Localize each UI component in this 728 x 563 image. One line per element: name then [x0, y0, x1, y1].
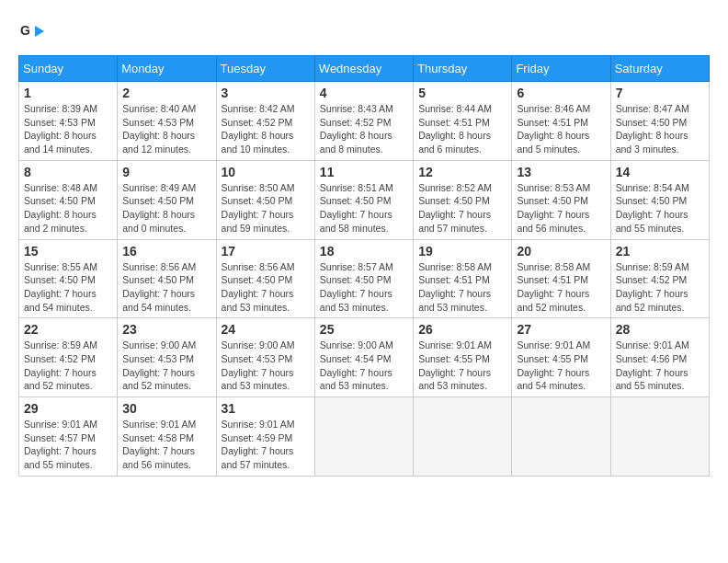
- day-number: 30: [122, 401, 210, 416]
- calendar-cell: 8Sunrise: 8:48 AM Sunset: 4:50 PM Daylig…: [19, 160, 118, 239]
- calendar-cell: [314, 397, 413, 477]
- weekday-header-saturday: Saturday: [610, 56, 709, 82]
- calendar-cell: 5Sunrise: 8:44 AM Sunset: 4:51 PM Daylig…: [414, 82, 512, 161]
- day-info: Sunrise: 8:57 AM Sunset: 4:50 PM Dayligh…: [320, 260, 408, 315]
- weekday-header-friday: Friday: [512, 56, 610, 82]
- day-number: 9: [122, 165, 210, 179]
- day-number: 28: [616, 322, 704, 337]
- logo-icon: G: [18, 18, 46, 46]
- weekday-header-thursday: Thursday: [414, 56, 512, 82]
- day-info: Sunrise: 8:51 AM Sunset: 4:50 PM Dayligh…: [320, 181, 408, 236]
- calendar-cell: 16Sunrise: 8:56 AM Sunset: 4:50 PM Dayli…: [118, 239, 216, 318]
- calendar-cell: 25Sunrise: 9:00 AM Sunset: 4:54 PM Dayli…: [314, 318, 413, 397]
- calendar-cell: 27Sunrise: 9:01 AM Sunset: 4:55 PM Dayli…: [512, 318, 610, 397]
- day-number: 18: [320, 244, 408, 259]
- day-number: 19: [418, 244, 506, 259]
- calendar-table: SundayMondayTuesdayWednesdayThursdayFrid…: [18, 55, 710, 477]
- calendar-cell: 11Sunrise: 8:51 AM Sunset: 4:50 PM Dayli…: [314, 160, 413, 239]
- calendar-cell: 10Sunrise: 8:50 AM Sunset: 4:50 PM Dayli…: [216, 160, 314, 239]
- day-number: 23: [122, 322, 210, 337]
- day-number: 13: [517, 165, 605, 179]
- day-info: Sunrise: 8:50 AM Sunset: 4:50 PM Dayligh…: [222, 181, 310, 236]
- page-header: G: [18, 18, 710, 46]
- day-info: Sunrise: 9:01 AM Sunset: 4:58 PM Dayligh…: [122, 418, 210, 472]
- day-number: 15: [24, 244, 112, 259]
- calendar-cell: 31Sunrise: 9:01 AM Sunset: 4:59 PM Dayli…: [216, 397, 314, 477]
- day-info: Sunrise: 9:00 AM Sunset: 4:54 PM Dayligh…: [320, 339, 408, 393]
- day-info: Sunrise: 8:59 AM Sunset: 4:52 PM Dayligh…: [24, 339, 112, 393]
- day-info: Sunrise: 8:58 AM Sunset: 4:51 PM Dayligh…: [517, 260, 605, 315]
- calendar-cell: 30Sunrise: 9:01 AM Sunset: 4:58 PM Dayli…: [118, 397, 216, 477]
- day-number: 4: [320, 86, 408, 100]
- day-info: Sunrise: 8:54 AM Sunset: 4:50 PM Dayligh…: [616, 181, 704, 236]
- day-info: Sunrise: 9:01 AM Sunset: 4:55 PM Dayligh…: [418, 339, 506, 393]
- calendar-cell: 2Sunrise: 8:40 AM Sunset: 4:53 PM Daylig…: [118, 82, 216, 161]
- day-info: Sunrise: 9:01 AM Sunset: 4:57 PM Dayligh…: [24, 418, 112, 472]
- week-row-1: 1Sunrise: 8:39 AM Sunset: 4:53 PM Daylig…: [19, 82, 710, 161]
- calendar-cell: 17Sunrise: 8:56 AM Sunset: 4:50 PM Dayli…: [216, 239, 314, 318]
- calendar-cell: 15Sunrise: 8:55 AM Sunset: 4:50 PM Dayli…: [19, 239, 118, 318]
- day-info: Sunrise: 8:39 AM Sunset: 4:53 PM Dayligh…: [24, 102, 112, 156]
- calendar-cell: [414, 397, 512, 477]
- calendar-cell: 24Sunrise: 9:00 AM Sunset: 4:53 PM Dayli…: [216, 318, 314, 397]
- calendar-cell: 21Sunrise: 8:59 AM Sunset: 4:52 PM Dayli…: [610, 239, 709, 318]
- day-info: Sunrise: 9:00 AM Sunset: 4:53 PM Dayligh…: [222, 339, 310, 393]
- svg-marker-1: [35, 26, 44, 37]
- day-number: 27: [517, 322, 605, 337]
- day-number: 12: [418, 165, 506, 179]
- calendar-cell: 4Sunrise: 8:43 AM Sunset: 4:52 PM Daylig…: [314, 82, 413, 161]
- day-info: Sunrise: 8:59 AM Sunset: 4:52 PM Dayligh…: [616, 260, 704, 315]
- calendar-cell: 12Sunrise: 8:52 AM Sunset: 4:50 PM Dayli…: [414, 160, 512, 239]
- day-info: Sunrise: 8:44 AM Sunset: 4:51 PM Dayligh…: [418, 102, 506, 156]
- weekday-header-monday: Monday: [118, 56, 216, 82]
- calendar-cell: 29Sunrise: 9:01 AM Sunset: 4:57 PM Dayli…: [19, 397, 118, 477]
- week-row-5: 29Sunrise: 9:01 AM Sunset: 4:57 PM Dayli…: [19, 397, 710, 477]
- calendar-cell: 7Sunrise: 8:47 AM Sunset: 4:50 PM Daylig…: [610, 82, 709, 161]
- day-number: 20: [517, 244, 605, 259]
- weekday-header-wednesday: Wednesday: [314, 56, 413, 82]
- day-number: 10: [222, 165, 310, 179]
- day-info: Sunrise: 9:00 AM Sunset: 4:53 PM Dayligh…: [122, 339, 210, 393]
- calendar-cell: 22Sunrise: 8:59 AM Sunset: 4:52 PM Dayli…: [19, 318, 118, 397]
- calendar-cell: 6Sunrise: 8:46 AM Sunset: 4:51 PM Daylig…: [512, 82, 610, 161]
- day-number: 11: [320, 165, 408, 179]
- weekday-header-sunday: Sunday: [19, 56, 118, 82]
- week-row-2: 8Sunrise: 8:48 AM Sunset: 4:50 PM Daylig…: [19, 160, 710, 239]
- day-info: Sunrise: 8:46 AM Sunset: 4:51 PM Dayligh…: [517, 102, 605, 156]
- day-number: 17: [222, 244, 310, 259]
- day-info: Sunrise: 9:01 AM Sunset: 4:59 PM Dayligh…: [222, 418, 310, 472]
- day-number: 14: [616, 165, 704, 179]
- calendar-cell: 28Sunrise: 9:01 AM Sunset: 4:56 PM Dayli…: [610, 318, 709, 397]
- day-number: 25: [320, 322, 408, 337]
- calendar-cell: 13Sunrise: 8:53 AM Sunset: 4:50 PM Dayli…: [512, 160, 610, 239]
- day-info: Sunrise: 8:47 AM Sunset: 4:50 PM Dayligh…: [616, 102, 704, 156]
- day-number: 24: [222, 322, 310, 337]
- day-info: Sunrise: 8:40 AM Sunset: 4:53 PM Dayligh…: [122, 102, 210, 156]
- day-number: 26: [418, 322, 506, 337]
- day-number: 5: [418, 86, 506, 100]
- day-info: Sunrise: 8:52 AM Sunset: 4:50 PM Dayligh…: [418, 181, 506, 236]
- day-number: 16: [122, 244, 210, 259]
- calendar-cell: 9Sunrise: 8:49 AM Sunset: 4:50 PM Daylig…: [118, 160, 216, 239]
- logo: G: [18, 18, 51, 46]
- day-info: Sunrise: 8:56 AM Sunset: 4:50 PM Dayligh…: [122, 260, 210, 315]
- day-number: 7: [616, 86, 704, 100]
- calendar-cell: 19Sunrise: 8:58 AM Sunset: 4:51 PM Dayli…: [414, 239, 512, 318]
- svg-text:G: G: [20, 23, 30, 38]
- day-number: 21: [616, 244, 704, 259]
- day-number: 22: [24, 322, 112, 337]
- day-info: Sunrise: 8:58 AM Sunset: 4:51 PM Dayligh…: [418, 260, 506, 315]
- calendar-cell: 1Sunrise: 8:39 AM Sunset: 4:53 PM Daylig…: [19, 82, 118, 161]
- day-number: 8: [24, 165, 112, 179]
- day-info: Sunrise: 8:49 AM Sunset: 4:50 PM Dayligh…: [122, 181, 210, 236]
- day-info: Sunrise: 8:53 AM Sunset: 4:50 PM Dayligh…: [517, 181, 605, 236]
- day-info: Sunrise: 9:01 AM Sunset: 4:55 PM Dayligh…: [517, 339, 605, 393]
- calendar-cell: 20Sunrise: 8:58 AM Sunset: 4:51 PM Dayli…: [512, 239, 610, 318]
- day-info: Sunrise: 8:56 AM Sunset: 4:50 PM Dayligh…: [222, 260, 310, 315]
- day-number: 1: [24, 86, 112, 100]
- day-number: 6: [517, 86, 605, 100]
- day-number: 2: [122, 86, 210, 100]
- weekday-header-tuesday: Tuesday: [216, 56, 314, 82]
- calendar-cell: [512, 397, 610, 477]
- week-row-3: 15Sunrise: 8:55 AM Sunset: 4:50 PM Dayli…: [19, 239, 710, 318]
